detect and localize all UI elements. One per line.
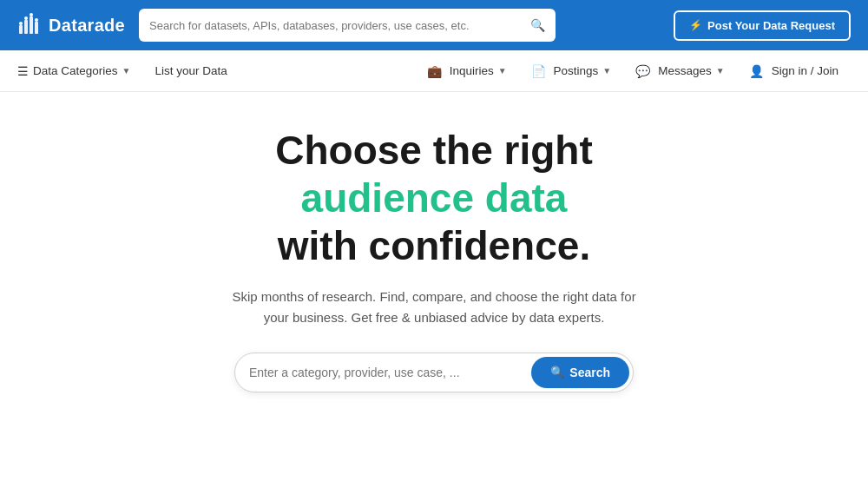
hero-line1: Choose the right (275, 127, 592, 175)
search-icon: 🔍 (530, 18, 545, 32)
search-button-icon: 🔍 (550, 366, 564, 379)
hero-title: Choose the right audience data with conf… (275, 127, 592, 271)
svg-point-5 (24, 16, 28, 20)
chevron-down-icon: ▼ (602, 66, 611, 76)
document-icon: 📄 (531, 64, 546, 78)
hero-search-bar[interactable]: 🔍 Search (234, 353, 634, 392)
bolt-icon: ⚡ (689, 19, 702, 31)
postings-label: Postings (554, 64, 599, 77)
nav-item-postings[interactable]: 📄 Postings ▼ (519, 64, 624, 78)
post-request-label: Post Your Data Request (707, 19, 835, 32)
svg-rect-0 (19, 25, 23, 34)
nav-item-sign-in[interactable]: 👤 Sign in / Join (737, 64, 851, 78)
top-search-bar[interactable]: 🔍 (139, 9, 556, 42)
list-your-data-label: List your Data (155, 64, 227, 77)
person-icon: 👤 (749, 64, 764, 78)
chevron-down-icon: ▼ (498, 66, 507, 76)
message-icon: 💬 (635, 64, 650, 78)
svg-rect-1 (24, 20, 28, 34)
inquiries-label: Inquiries (450, 64, 494, 77)
brand-name: Datarade (49, 16, 125, 36)
post-request-button[interactable]: ⚡ Post Your Data Request (674, 10, 851, 41)
svg-point-7 (35, 18, 38, 22)
search-button-label: Search (569, 366, 610, 379)
nav-right-group: 💼 Inquiries ▼ 📄 Postings ▼ 💬 Messages ▼ … (427, 64, 851, 78)
svg-point-6 (30, 13, 33, 16)
nav-item-data-categories[interactable]: ☰ Data Categories ▼ (17, 50, 142, 91)
briefcase-icon: 💼 (427, 64, 442, 78)
sign-in-label: Sign in / Join (772, 64, 838, 77)
hero-line3: with confidence. (275, 222, 592, 270)
hamburger-icon: ☰ (17, 64, 29, 78)
top-navigation-bar: Datarade 🔍 ⚡ Post Your Data Request (0, 0, 868, 50)
logo-icon (17, 13, 42, 37)
chevron-down-icon: ▼ (122, 66, 131, 76)
hero-subtitle: Skip months of research. Find, compare, … (226, 287, 642, 328)
nav-item-messages[interactable]: 💬 Messages ▼ (623, 64, 736, 78)
chevron-down-icon: ▼ (716, 66, 725, 76)
svg-point-4 (19, 22, 23, 25)
nav-item-inquiries[interactable]: 💼 Inquiries ▼ (427, 64, 519, 78)
data-categories-label: Data Categories (33, 64, 118, 77)
top-search-input[interactable] (149, 19, 523, 32)
nav-item-list-your-data[interactable]: List your Data (142, 50, 239, 91)
svg-rect-3 (35, 22, 38, 34)
messages-label: Messages (658, 64, 712, 77)
logo[interactable]: Datarade (17, 13, 125, 37)
hero-line2: audience data (275, 175, 592, 222)
hero-search-input[interactable] (249, 366, 531, 379)
hero-section: Choose the right audience data with conf… (0, 92, 868, 419)
secondary-navigation: ☰ Data Categories ▼ List your Data 💼 Inq… (0, 50, 868, 92)
hero-search-button[interactable]: 🔍 Search (531, 357, 629, 388)
svg-rect-2 (30, 16, 33, 34)
